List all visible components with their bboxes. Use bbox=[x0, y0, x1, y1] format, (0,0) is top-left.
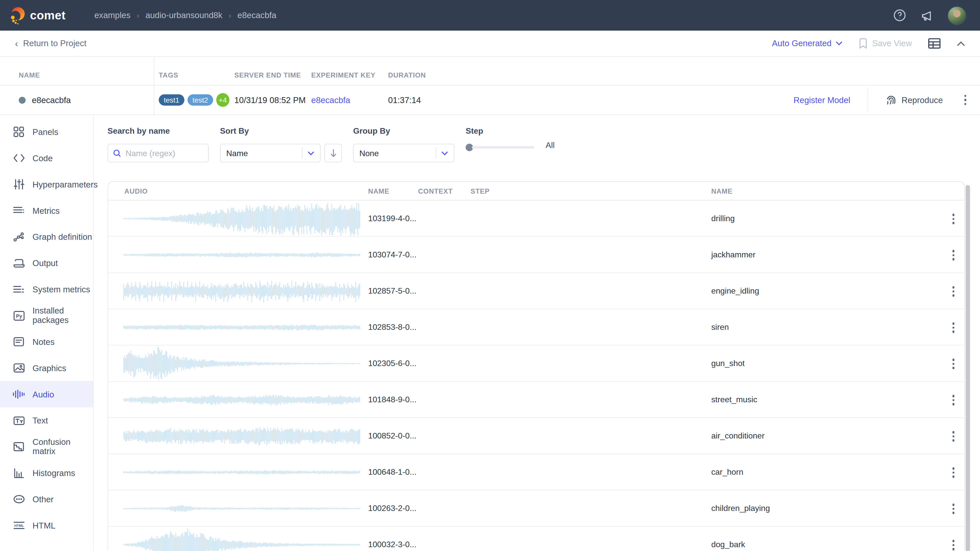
sidebar-item-graph-definition[interactable]: Graph definition bbox=[0, 224, 93, 250]
audio-file-name: 100263-2-0... bbox=[368, 503, 416, 513]
row-menu-button[interactable] bbox=[950, 284, 957, 299]
chevron-up-icon[interactable] bbox=[957, 41, 965, 46]
slider-track bbox=[472, 146, 535, 149]
column-header-server-end-time: SERVER END TIME bbox=[229, 71, 306, 78]
audio-category-name: gun_shot bbox=[711, 359, 745, 368]
audio-waveform[interactable] bbox=[123, 455, 361, 490]
group-by-label: Group By bbox=[353, 126, 455, 136]
return-to-project-button[interactable]: ‹ Return to Project bbox=[15, 38, 86, 49]
audio-waveform[interactable] bbox=[123, 274, 361, 309]
sidebar-item-label: HTML bbox=[32, 521, 56, 530]
experiment-name: e8ecacbfa bbox=[32, 95, 71, 105]
sidebar-item-notes[interactable]: Notes bbox=[0, 329, 93, 355]
other-icon bbox=[13, 493, 25, 505]
step-slider[interactable] bbox=[466, 144, 534, 151]
experiment-summary-table: NAME TAGS SERVER END TIME EXPERIMENT KEY… bbox=[0, 57, 980, 115]
row-menu-button[interactable] bbox=[950, 429, 957, 444]
chevron-left-icon: ‹ bbox=[15, 38, 18, 49]
table-layout-icon[interactable] bbox=[928, 38, 941, 49]
toolbar-right-actions: Auto Generated Save View bbox=[772, 38, 965, 49]
sidebar-item-confusion-matrix[interactable]: Confusion matrix bbox=[0, 433, 93, 460]
audio-waveform[interactable] bbox=[123, 201, 361, 236]
sidebar-item-other[interactable]: Other bbox=[0, 486, 93, 512]
view-selector-dropdown[interactable]: Auto Generated bbox=[772, 39, 843, 48]
audio-category-name: jackhammer bbox=[711, 250, 756, 259]
breadcrumb-project[interactable]: audio-urbansound8k bbox=[145, 11, 222, 20]
experiment-key-link[interactable]: e8ecacbfa bbox=[311, 95, 350, 105]
sidebar-item-audio[interactable]: Audio bbox=[0, 381, 93, 407]
app-window: comet examples › audio-urbansound8k › e8… bbox=[0, 0, 980, 551]
tag-pill[interactable]: test1 bbox=[159, 94, 184, 106]
sort-direction-button[interactable] bbox=[325, 144, 342, 162]
row-menu-button[interactable] bbox=[950, 501, 957, 516]
breadcrumb-workspace[interactable]: examples bbox=[94, 11, 130, 20]
audio-category-name: drilling bbox=[711, 214, 735, 223]
sort-by-select[interactable]: Name bbox=[220, 144, 321, 162]
audio-waveform[interactable] bbox=[123, 310, 361, 345]
sidebar-item-histograms[interactable]: Histograms bbox=[0, 460, 93, 486]
announcements-icon[interactable] bbox=[920, 8, 934, 22]
audio-row: 101848-9-0...street_music bbox=[108, 382, 964, 418]
audio-category-name: siren bbox=[711, 322, 729, 332]
search-input[interactable] bbox=[126, 148, 203, 158]
reproduce-button[interactable]: Reproduce bbox=[886, 95, 943, 105]
breadcrumb-experiment[interactable]: e8ecacbfa bbox=[237, 11, 277, 20]
audio-file-name: 103199-4-0... bbox=[368, 214, 416, 223]
audio-waveform[interactable] bbox=[123, 419, 361, 454]
arrow-down-icon bbox=[330, 149, 337, 157]
help-icon[interactable] bbox=[892, 8, 906, 22]
row-menu-button[interactable] bbox=[950, 392, 957, 408]
row-menu-button[interactable] bbox=[950, 248, 957, 263]
sidebar-item-metrics[interactable]: Metrics bbox=[0, 197, 93, 224]
tag-pill[interactable]: test2 bbox=[188, 94, 213, 106]
sidebar-item-text[interactable]: Text bbox=[0, 407, 93, 433]
chevron-down-icon bbox=[441, 151, 448, 155]
audio-row: 100263-2-0...children_playing bbox=[108, 490, 964, 527]
row-menu-button[interactable] bbox=[950, 211, 957, 227]
group-by-select[interactable]: None bbox=[353, 144, 455, 162]
metrics-icon bbox=[13, 204, 25, 217]
audio-row: 103199-4-0...drilling bbox=[108, 200, 964, 237]
sidebar-item-hyperparameters[interactable]: Hyperparameters bbox=[0, 171, 93, 197]
chevron-down-icon bbox=[307, 151, 314, 155]
row-menu-button[interactable] bbox=[950, 320, 957, 335]
save-view-button[interactable]: Save View bbox=[859, 38, 912, 49]
sidebar-item-output[interactable]: Output bbox=[0, 250, 93, 276]
step-control: Step bbox=[466, 126, 534, 151]
audio-waveform[interactable] bbox=[123, 346, 361, 381]
breadcrumb: examples › audio-urbansound8k › e8ecacbf… bbox=[94, 11, 277, 20]
code-icon bbox=[13, 152, 25, 164]
user-avatar[interactable] bbox=[948, 6, 966, 24]
tags-more-badge[interactable]: +4 bbox=[216, 93, 229, 107]
row-menu-button[interactable] bbox=[950, 465, 957, 480]
audio-file-name: 102305-6-0... bbox=[368, 359, 416, 368]
comet-logo[interactable]: comet bbox=[9, 6, 65, 24]
sidebar-item-html[interactable]: HTMLHTML bbox=[0, 512, 93, 538]
register-model-button[interactable]: Register Model bbox=[794, 95, 850, 105]
experiment-menu-button[interactable] bbox=[962, 92, 969, 108]
audio-waveform[interactable] bbox=[123, 383, 361, 417]
column-header-name: NAME bbox=[368, 187, 389, 195]
sidebar-item-installed-packages[interactable]: PyInstalled packages bbox=[0, 302, 93, 329]
audio-waveform[interactable] bbox=[123, 238, 361, 272]
sidebar-item-code[interactable]: Code bbox=[0, 145, 93, 171]
audio-category-name: dog_bark bbox=[711, 540, 745, 549]
sidebar-item-panels[interactable]: Panels bbox=[0, 119, 93, 145]
audio-file-name: 100852-0-0... bbox=[368, 431, 416, 441]
row-menu-button[interactable] bbox=[950, 537, 957, 551]
audio-category-name: street_music bbox=[711, 395, 757, 404]
vertical-scrollbar[interactable] bbox=[966, 185, 970, 551]
audio-row: 102853-8-0...siren bbox=[108, 309, 964, 345]
audio-waveform[interactable] bbox=[123, 527, 361, 551]
installed-packages-icon: Py bbox=[13, 309, 25, 322]
graphics-icon bbox=[13, 362, 25, 374]
sort-by-value: Name bbox=[226, 148, 297, 158]
sidebar-item-label: Other bbox=[32, 494, 54, 504]
audio-waveform[interactable] bbox=[123, 491, 361, 526]
sidebar-item-system-metrics[interactable]: System metrics bbox=[0, 276, 93, 302]
sidebar-item-graphics[interactable]: Graphics bbox=[0, 355, 93, 381]
column-header-duration: DURATION bbox=[383, 71, 452, 78]
divider bbox=[868, 88, 868, 112]
duration-value: 01:37:14 bbox=[383, 95, 452, 105]
row-menu-button[interactable] bbox=[950, 356, 957, 372]
